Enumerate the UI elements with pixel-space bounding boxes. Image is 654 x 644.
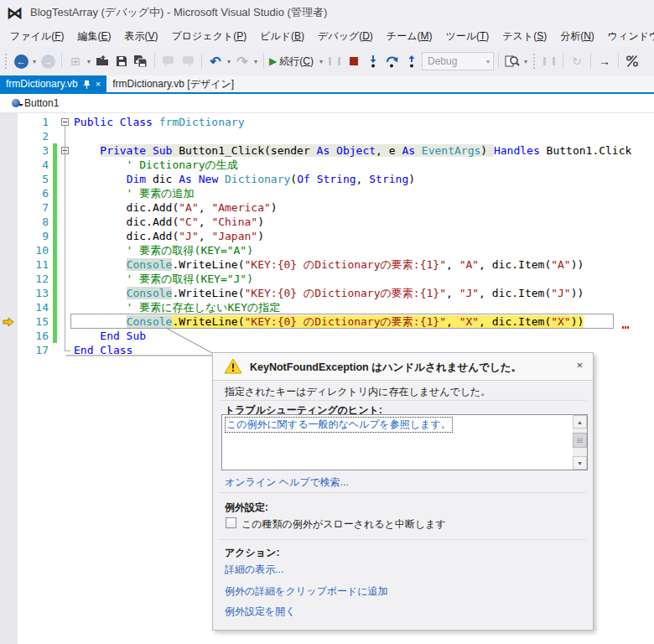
redo-button[interactable]: ↷ [233,51,252,71]
code-line[interactable]: 3 Private Sub Button1_Click(sender As Ob… [0,143,654,158]
code-line[interactable]: 7 dic.Add("A", "America") [0,200,654,215]
menu-item[interactable]: デバッグ(D) [311,27,380,46]
comment-back-icon [162,55,175,67]
tab-label: frmDictionary.vb [デザイン] [112,77,234,91]
pause-button[interactable] [325,51,344,71]
toolbar-separator [618,54,619,69]
code-line[interactable]: 10 ' 要素の取得(KEY="A") [0,243,654,257]
breadcrumb[interactable]: Button1 [24,97,59,109]
undo-button[interactable]: ↶ [206,51,225,71]
line-number: 5 [20,172,49,186]
code-segment: ( [290,173,297,185]
step-into-icon [366,55,380,68]
save-button[interactable] [112,51,131,71]
break-when-thrown-checkbox[interactable] [226,517,236,528]
code-segment [74,144,100,157]
menu-item[interactable]: 表示(V) [117,27,164,46]
code-text: Console.WriteLine("KEY:{0} のDictionaryの要… [74,314,584,329]
new-item-dropdown[interactable]: ▾ [86,58,92,65]
code-segment: Dim [127,173,153,185]
debug-target-combobox[interactable]: Debug ▾ [422,52,494,70]
code-line[interactable]: 6 ' 要素の追加 [0,186,654,200]
menu-item[interactable]: ビルド(B) [253,27,311,46]
redo-dropdown[interactable]: ▾ [252,58,259,65]
code-segment: As Object [317,144,376,157]
troubleshooting-hints-list[interactable]: ▲ ▼ この例外に関する一般的なヘルプを参照します。 [221,414,588,470]
search-online-help-link[interactable]: オンライン ヘルプで検索... [225,475,349,490]
open-file-button[interactable] [93,51,112,71]
scrollbar-thumb[interactable] [573,433,587,448]
code-segment: )) [571,258,584,271]
menu-item[interactable]: ファイル(F) [3,27,70,46]
code-segment: "J" [551,287,570,299]
save-all-button[interactable] [132,51,150,71]
menu-item[interactable]: ツール(T) [439,27,496,46]
scroll-down-icon[interactable]: ▼ [573,456,587,470]
view-detail-link[interactable]: 詳細の表示... [225,563,283,577]
show-next-statement-button[interactable]: → [595,51,614,71]
menu-item[interactable]: プロジェクト(P) [165,27,254,46]
navigate-back-button[interactable]: ← [12,51,30,71]
step-over-button[interactable] [383,51,402,71]
continue-button[interactable]: ▶ 続行(C) [268,51,317,71]
show-threads-button[interactable] [623,51,641,71]
toolbar-separator [263,54,264,69]
code-segment: Console [127,315,173,328]
menu-item[interactable]: チーム(M) [380,27,439,46]
actions-label: アクション: [225,546,279,560]
new-item-button[interactable]: ⊞ [66,51,85,71]
code-line[interactable]: 11 Console.WriteLine("KEY:{0} のDictionar… [0,257,654,272]
prev-bookmark-button[interactable] [159,51,178,71]
close-icon[interactable]: × [576,359,583,371]
break-all-button[interactable] [540,51,558,71]
continue-dropdown[interactable]: ▾ [318,58,324,65]
find-options-dropdown[interactable]: ▾ [522,58,529,65]
tab-frmdictionary-code[interactable]: frmDictionary.vb × [0,75,106,92]
play-icon: ▶ [269,55,277,67]
navigate-back-dropdown[interactable]: ▾ [31,58,38,65]
code-line[interactable]: 13 Console.WriteLine("KEY:{0} のDictionar… [0,286,654,300]
code-line[interactable]: 12 ' 要素の取得(KEY="J") [0,272,654,286]
step-into-button[interactable] [364,51,382,71]
scroll-up-icon[interactable]: ▲ [573,415,587,428]
navigate-forward-button[interactable]: → [39,51,57,71]
navigation-bar[interactable]: Button1 [0,94,654,113]
next-bookmark-button[interactable] [179,51,197,71]
code-segment [74,315,127,328]
line-number: 4 [20,158,49,172]
restart-button[interactable]: ↻ [568,51,586,71]
code-line[interactable]: 2 [0,129,654,143]
toolbar-separator [154,54,155,69]
menu-item[interactable]: 分析(N) [553,27,601,46]
code-line[interactable]: 5 Dim dic As New Dictionary(Of String, S… [0,172,654,186]
open-folder-icon [96,55,109,68]
fold-toggle-icon[interactable] [61,118,69,126]
find-in-files-button[interactable] [503,51,522,71]
code-line[interactable]: 9 dic.Add("J", "Japan") [0,229,654,243]
step-out-button[interactable] [402,51,421,71]
code-line[interactable]: 16 End Sub [0,329,654,343]
exception-message: 指定されたキーはディレクトリ内に存在しませんでした。 [225,385,490,399]
code-segment: "J" [459,287,479,299]
menu-item[interactable]: ウィンドウ(W) [601,27,654,46]
close-tab-icon[interactable]: × [96,79,101,89]
toolbar-grip[interactable] [4,54,8,69]
code-line[interactable]: 1Public Class frmDictionary [0,115,654,129]
code-segment: , dic.Item( [479,315,551,328]
code-line[interactable]: 14 ' 要素に存在しないKEYの指定 [0,300,654,314]
code-line[interactable]: 15 Console.WriteLine("KEY:{0} のDictionar… [0,314,654,329]
stop-debugging-button[interactable] [345,51,363,71]
toolbar-grip[interactable] [532,54,537,69]
code-line[interactable]: 8 dic.Add("C", "China") [0,215,654,229]
tab-frmdictionary-design[interactable]: frmDictionary.vb [デザイン] [106,75,240,92]
title-bar: ⋈ BlogTestArray (デバッグ中) - Microsoft Visu… [0,0,654,25]
code-line[interactable]: 4 ' Dictionaryの生成 [0,158,654,172]
undo-dropdown[interactable]: ▾ [226,58,232,65]
troubleshooting-hint-link[interactable]: この例外に関する一般的なヘルプを参照します。 [225,417,453,433]
menu-item[interactable]: テスト(S) [496,27,553,46]
pin-icon[interactable] [83,80,91,89]
copy-exception-detail-link[interactable]: 例外の詳細をクリップボードに追加 [225,584,388,599]
open-exception-settings-link[interactable]: 例外設定を開く [225,605,296,619]
menu-item[interactable]: 編集(E) [70,27,117,46]
scrollbar[interactable]: ▲ ▼ [573,415,587,470]
